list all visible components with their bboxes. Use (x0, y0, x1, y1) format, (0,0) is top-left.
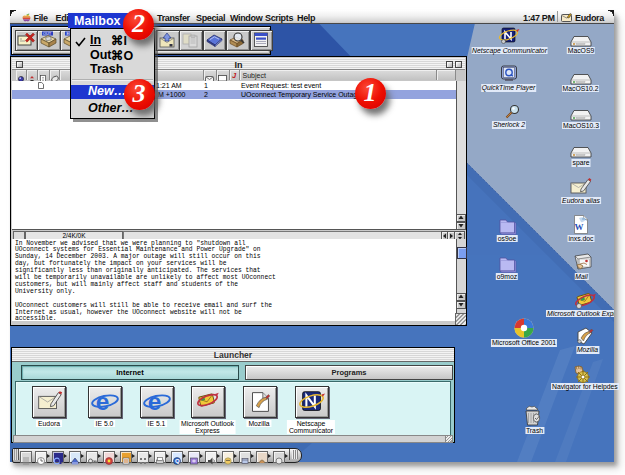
svg-text:Q: Q (175, 458, 180, 464)
svg-text:OUT: OUT (43, 32, 52, 36)
svg-text:e: e (96, 388, 110, 415)
svg-text:e: e (148, 388, 162, 415)
svg-text:W: W (575, 222, 584, 232)
